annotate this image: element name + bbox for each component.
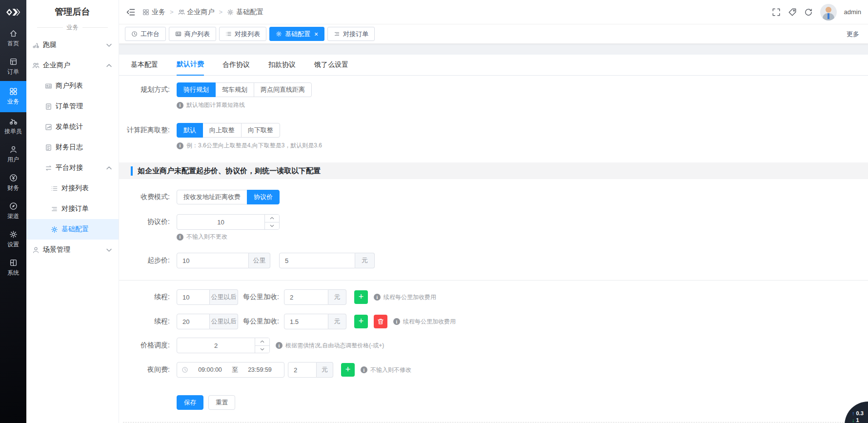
sidebar-item-dispatch-stats[interactable]: 发单统计 <box>26 117 119 137</box>
lines-icon <box>334 31 340 37</box>
increase-button[interactable] <box>265 215 279 222</box>
navbar-right-group: admin <box>772 4 861 20</box>
caret-down-icon <box>260 348 264 351</box>
sidebar-item-scene-management[interactable]: 场景管理 <box>26 240 119 260</box>
night-fee-time-range[interactable]: 09:00:00 至 23:59:59 <box>177 362 284 378</box>
charge-mode-group: 按收发地址距离收费 协议价 <box>177 190 280 204</box>
username[interactable]: admin <box>844 8 861 16</box>
surcharge-distance-input[interactable]: 20 <box>177 314 210 329</box>
download-speed: 1 <box>852 417 868 423</box>
reset-button[interactable]: 重置 <box>208 395 235 410</box>
swap-arrows-icon <box>45 164 52 172</box>
decrease-button[interactable] <box>265 222 279 230</box>
night-fee-group: 2 元 <box>288 362 333 378</box>
sidebar-item-platform-docking[interactable]: 平台对接 <box>26 158 119 178</box>
option-default[interactable]: 默认 <box>177 123 203 138</box>
sidebar-item-errands[interactable]: 跑腿 <box>26 35 119 55</box>
rail-item-settings[interactable]: 设置 <box>0 225 26 254</box>
base-fee-group: 5 元 <box>279 253 375 268</box>
sidebar-item-merchant-list[interactable]: 商户列表 <box>26 76 119 96</box>
breadcrumb-business[interactable]: 业务 <box>142 8 165 17</box>
form-actions: 保存 重置 <box>119 395 868 410</box>
main-area: 业务 > 企业商户 > 基础配置 admin 工作台 商户列表 对接列表 基础配… <box>119 0 868 423</box>
sidebar-item-docking-orders[interactable]: 对接订单 <box>26 199 119 219</box>
collapse-sidebar-icon[interactable] <box>126 7 136 17</box>
add-surcharge-button[interactable] <box>354 315 368 328</box>
more-button[interactable]: 更多 <box>847 30 862 39</box>
base-distance-input[interactable]: 10 <box>177 253 249 268</box>
breadcrumb-enterprise-merchants[interactable]: 企业商户 <box>178 8 215 17</box>
tag-base-config[interactable]: 基础配置 <box>269 27 324 41</box>
clock-icon <box>131 31 138 37</box>
refresh-icon[interactable] <box>804 8 813 17</box>
user-avatar[interactable] <box>820 4 837 20</box>
caret-up-icon <box>260 340 264 343</box>
merchants-people-icon <box>178 9 185 16</box>
breadcrumb-base-config: 基础配置 <box>227 8 263 17</box>
tag-docking-list[interactable]: 对接列表 <box>219 27 266 41</box>
base-price-row: 起步价: 10 公里 5 元 <box>119 253 868 268</box>
tab-basic-config[interactable]: 基本配置 <box>131 60 158 75</box>
option-round-down[interactable]: 向下取整 <box>241 123 280 138</box>
rail-item-home[interactable]: 首页 <box>0 24 26 53</box>
tag-merchant-list[interactable]: 商户列表 <box>169 27 216 41</box>
increase-button[interactable] <box>255 338 269 345</box>
rail-item-business[interactable]: 业务 <box>0 81 26 112</box>
fullscreen-icon[interactable] <box>772 8 781 17</box>
sidebar-item-finance-log[interactable]: 财务日志 <box>26 137 119 158</box>
tab-default-billing[interactable]: 默认计费 <box>177 60 204 76</box>
surcharge-fee-input[interactable]: 1.5 <box>284 314 328 329</box>
night-fee-input[interactable]: 2 <box>288 362 317 378</box>
close-icon[interactable] <box>314 31 318 38</box>
price-adjust-input[interactable]: 2 <box>177 338 270 353</box>
menu-sidebar: 管理后台 业务 跑腿 企业商户 商户列表 订单管理 发单统计 财务日志 平台对接… <box>26 0 119 423</box>
option-round-up[interactable]: 向上取整 <box>202 123 242 138</box>
sidebar-item-base-config[interactable]: 基础配置 <box>26 219 119 240</box>
tag-workbench[interactable]: 工作台 <box>125 27 166 41</box>
option-by-address-distance[interactable]: 按收发地址距离收费 <box>177 190 247 204</box>
rail-item-finance[interactable]: 财务 <box>0 169 26 197</box>
surcharge-fee-input[interactable]: 2 <box>284 289 328 305</box>
courier-bike-icon <box>9 117 18 125</box>
chevron-up-icon <box>105 62 113 69</box>
channel-compass-icon <box>9 202 18 210</box>
yuan-unit-addon: 元 <box>355 253 375 268</box>
per-km-label: 每公里加收: <box>243 317 279 326</box>
option-straight-line-distance[interactable]: 两点间直线距离 <box>254 82 312 97</box>
rail-item-courier[interactable]: 接单员 <box>0 112 26 141</box>
decrease-button[interactable] <box>255 345 269 353</box>
rail-item-system[interactable]: 系统 <box>0 254 26 282</box>
rail-item-channel[interactable]: 渠道 <box>0 197 26 225</box>
option-riding-plan[interactable]: 骑行规划 <box>177 82 216 97</box>
section-header: 如企业商户未配置起步价、协议价，则统一读取以下配置 <box>119 162 868 179</box>
add-surcharge-button[interactable] <box>354 290 368 304</box>
tab-deduction-agreement[interactable]: 扣款协议 <box>268 60 296 75</box>
app-logo[interactable] <box>0 0 26 24</box>
end-time-value[interactable]: 23:59:59 <box>240 366 280 373</box>
merchant-card-icon <box>45 82 52 90</box>
add-night-fee-button[interactable] <box>341 363 355 377</box>
tab-eleme-settings[interactable]: 饿了么设置 <box>314 60 348 75</box>
sidebar-item-enterprise-merchants[interactable]: 企业商户 <box>26 55 119 76</box>
option-agreement-price[interactable]: 协议价 <box>247 190 280 204</box>
tag-docking-orders[interactable]: 对接订单 <box>327 27 375 41</box>
rail-item-orders[interactable]: 订单 <box>0 53 26 81</box>
surcharge-distance-input[interactable]: 10 <box>177 289 210 305</box>
delete-surcharge-button[interactable] <box>374 315 387 328</box>
sidebar-item-order-management[interactable]: 订单管理 <box>26 96 119 117</box>
yuan-unit-addon: 元 <box>317 362 333 378</box>
after-km-addon: 公里以后 <box>210 289 238 305</box>
rail-item-users[interactable]: 用户 <box>0 141 26 169</box>
option-driving-plan[interactable]: 驾车规划 <box>215 82 254 97</box>
tab-cooperation-agreement[interactable]: 合作协议 <box>222 60 250 75</box>
theme-tag-icon[interactable] <box>788 8 797 17</box>
clock-icon <box>182 366 188 373</box>
home-icon <box>9 29 18 38</box>
gear-icon <box>276 31 282 37</box>
save-button[interactable]: 保存 <box>177 395 203 410</box>
agreement-price-input[interactable]: 10 <box>177 214 280 230</box>
start-time-value[interactable]: 09:00:00 <box>190 366 230 373</box>
base-fee-input[interactable]: 5 <box>279 253 355 268</box>
info-icon <box>177 102 183 109</box>
sidebar-item-docking-list[interactable]: 对接列表 <box>26 178 119 199</box>
